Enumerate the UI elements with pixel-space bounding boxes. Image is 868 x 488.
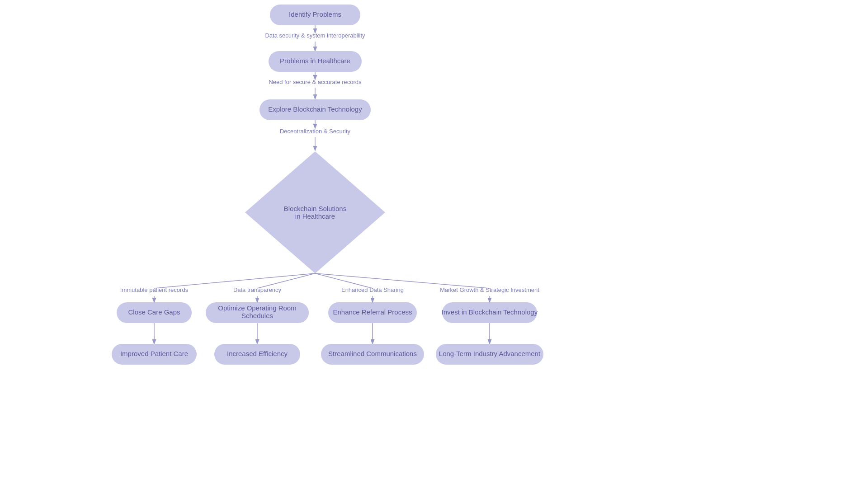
edge-label-1: Data security & system interoperability bbox=[265, 32, 365, 39]
improved-patient-care-node: Improved Patient Care bbox=[112, 344, 197, 365]
blockchain-solution-label: Blockchain Solutions bbox=[284, 205, 346, 212]
optimize-or-label2: Schedules bbox=[241, 312, 273, 319]
optimize-or-label: Optimize Operating Room bbox=[218, 304, 296, 312]
blockchain-solution-diamond: Blockchain Solutions in Healthcare bbox=[245, 151, 385, 273]
line-branch-4 bbox=[315, 273, 490, 288]
enhance-referral-node: Enhance Referral Process bbox=[328, 302, 417, 323]
long-term-advancement-label: Long-Term Industry Advancement bbox=[439, 350, 541, 357]
line-branch-1 bbox=[154, 273, 315, 288]
optimize-or-node: Optimize Operating Room Schedules bbox=[206, 302, 309, 323]
edge-label-4: Immutable patient records bbox=[120, 286, 189, 293]
blockchain-solution-label2: in Healthcare bbox=[295, 212, 335, 220]
long-term-advancement-node: Long-Term Industry Advancement bbox=[436, 344, 543, 365]
edge-label-3: Decentralization & Security bbox=[280, 128, 351, 135]
invest-blockchain-label: Invest in Blockchain Technology bbox=[442, 308, 538, 316]
edge-label-5: Data transparency bbox=[233, 286, 282, 293]
streamlined-communications-label: Streamlined Communications bbox=[328, 350, 417, 357]
increased-efficiency-node: Increased Efficiency bbox=[214, 344, 300, 365]
improved-patient-care-label: Improved Patient Care bbox=[120, 350, 188, 357]
flowchart: Identify Problems Data security & system… bbox=[0, 0, 868, 488]
problems-healthcare-node: Problems in Healthcare bbox=[269, 51, 362, 72]
explore-blockchain-label: Explore Blockchain Technology bbox=[268, 105, 362, 113]
explore-blockchain-node: Explore Blockchain Technology bbox=[259, 99, 371, 120]
identify-problems-label: Identify Problems bbox=[289, 10, 341, 18]
identify-problems-node: Identify Problems bbox=[270, 5, 360, 25]
line-branch-2 bbox=[257, 273, 315, 288]
edge-label-2: Need for secure & accurate records bbox=[269, 79, 362, 85]
invest-blockchain-node: Invest in Blockchain Technology bbox=[442, 302, 538, 323]
enhance-referral-label: Enhance Referral Process bbox=[333, 308, 412, 316]
streamlined-communications-node: Streamlined Communications bbox=[321, 344, 424, 365]
edge-label-7: Market Growth & Strategic Investment bbox=[440, 286, 539, 293]
increased-efficiency-label: Increased Efficiency bbox=[227, 350, 288, 357]
edge-label-6: Enhanced Data Sharing bbox=[341, 286, 404, 293]
close-care-gaps-label: Close Care Gaps bbox=[128, 308, 180, 316]
close-care-gaps-node: Close Care Gaps bbox=[117, 302, 192, 323]
problems-healthcare-label: Problems in Healthcare bbox=[280, 57, 350, 65]
